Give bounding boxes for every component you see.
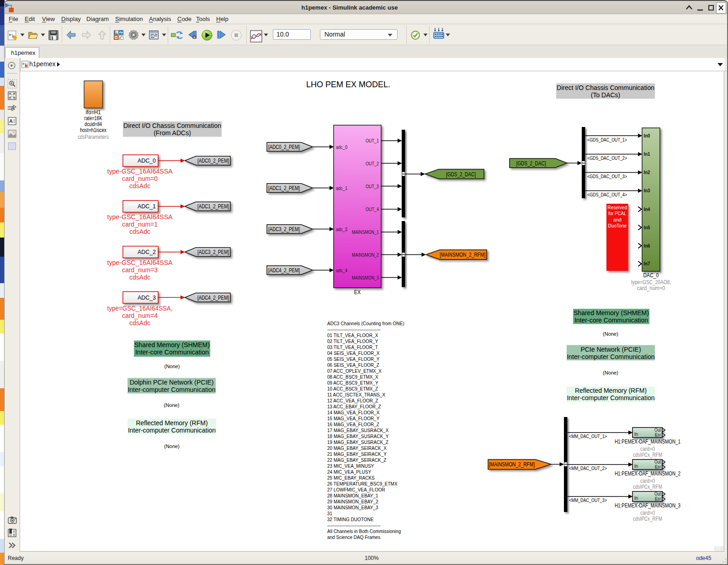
svg-text:<MM_DAC_OUT_3>: <MM_DAC_OUT_3> xyxy=(569,497,607,503)
svg-text:cdsIPCx_RFM: cdsIPCx_RFM xyxy=(633,452,662,458)
svg-text:[ADC1_2_PEM]: [ADC1_2_PEM] xyxy=(268,185,300,191)
svg-text:<GDS_DAC_OUT_1>: <GDS_DAC_OUT_1> xyxy=(587,137,627,143)
svg-text:Reflected Memory (RFM): Reflected Memory (RFM) xyxy=(136,419,207,427)
svg-text:Inter-computer Communication: Inter-computer Communication xyxy=(128,386,215,393)
svg-text:Dolphin PCIe Network (PCIE): Dolphin PCIe Network (PCIE) xyxy=(130,379,214,386)
svg-text:cdsAdc: cdsAdc xyxy=(129,274,150,281)
svg-text:MAINSMON_2: MAINSMON_2 xyxy=(352,252,379,258)
svg-text:card_num=4: card_num=4 xyxy=(122,312,158,319)
svg-text:03 TILT_VEA_FLOOR_T: 03 TILT_VEA_FLOOR_T xyxy=(327,345,378,350)
svg-text:H1:PEMEX-OAF_MAINSMON_2: H1:PEMEX-OAF_MAINSMON_2 xyxy=(615,470,680,477)
svg-text:19 MAG_EBAY_SUSRACK_Z: 19 MAG_EBAY_SUSRACK_Z xyxy=(327,440,388,445)
svg-text:11 ACC_ISCTEX_TRANS_X: 11 ACC_ISCTEX_TRANS_X xyxy=(327,392,385,397)
svg-text:24 MIC_VEA_PLUSY: 24 MIC_VEA_PLUSY xyxy=(327,470,371,475)
svg-text:27 LOWFMIC_VEA_FLOOR: 27 LOWFMIC_VEA_FLOOR xyxy=(327,487,385,492)
svg-text:13 ACC_EBAY_FLOOR_Z: 13 ACC_EBAY_FLOOR_Z xyxy=(327,404,381,409)
svg-text:04 SEIS_VEA_FLOOR_X: 04 SEIS_VEA_FLOOR_X xyxy=(327,351,380,356)
svg-text:06 SEIS_VEA_FLOOR_Z: 06 SEIS_VEA_FLOOR_Z xyxy=(327,363,379,368)
svg-text:Inter-computer Communication: Inter-computer Communication xyxy=(567,353,654,360)
svg-text:(To DACs): (To DACs) xyxy=(591,91,621,99)
svg-text:DuoTone: DuoTone xyxy=(608,223,627,228)
svg-text:cdsAdc: cdsAdc xyxy=(129,182,150,190)
svg-text:15 MAG_VEA_FLOOR_Y: 15 MAG_VEA_FLOOR_Y xyxy=(327,416,380,421)
svg-text:08 ACC_BSC9_ETMX_X: 08 ACC_BSC9_ETMX_X xyxy=(327,375,378,380)
svg-text:22 MAG_EBAY_SEIRACK_Z: 22 MAG_EBAY_SEIRACK_Z xyxy=(327,458,386,463)
svg-text:18 MAG_EBAY_SUSRACK_Y: 18 MAG_EBAY_SUSRACK_Y xyxy=(327,434,389,439)
svg-text:[ADC0_2_PEM]: [ADC0_2_PEM] xyxy=(268,144,300,150)
svg-text:------------------------------: ----------------------------------- xyxy=(327,523,381,528)
svg-text:OUT_1: OUT_1 xyxy=(366,138,379,143)
svg-text:Reserved: Reserved xyxy=(607,205,627,210)
svg-text:26 TEMPERATURE_BSC9_ETMX: 26 TEMPERATURE_BSC9_ETMX xyxy=(327,481,398,486)
svg-text:In6: In6 xyxy=(644,243,650,248)
svg-text:ADC_3: ADC_3 xyxy=(138,294,156,301)
svg-text:10 ACC_BSC9_ETMX_Z: 10 ACC_BSC9_ETMX_Z xyxy=(327,386,378,391)
svg-text:(From ADCs): (From ADCs) xyxy=(154,129,191,137)
svg-text:Shared Memory (SHMEM): Shared Memory (SHMEM) xyxy=(574,309,649,317)
svg-text:Shared Memory (SHMEM): Shared Memory (SHMEM) xyxy=(134,341,210,349)
svg-text:Reflected Memory (RFM): Reflected Memory (RFM) xyxy=(575,387,647,394)
svg-text:MAINSMON_1: MAINSMON_1 xyxy=(352,229,379,235)
svg-text:ADC_1: ADC_1 xyxy=(138,203,156,210)
svg-text:In5: In5 xyxy=(644,225,650,230)
svg-text:[GDS_2_DAC]: [GDS_2_DAC] xyxy=(446,171,476,178)
svg-text:29 MAINSMON_EBAY_2: 29 MAINSMON_EBAY_2 xyxy=(327,499,378,504)
svg-text:<GDS_DAC_OUT_4>: <GDS_DAC_OUT_4> xyxy=(587,192,627,197)
svg-text:for PCAL: for PCAL xyxy=(608,211,626,216)
svg-text:cdsAdc: cdsAdc xyxy=(129,228,150,235)
svg-text:type-GSC_16AI64SSA: type-GSC_16AI64SSA xyxy=(107,259,173,266)
svg-text:<MM_DAC_OUT_1>: <MM_DAC_OUT_1> xyxy=(569,433,607,439)
svg-text:Inter-core Communication: Inter-core Communication xyxy=(135,349,209,356)
svg-text:host=h1iscex: host=h1iscex xyxy=(80,127,106,133)
svg-text:MAINSMON_3: MAINSMON_3 xyxy=(352,275,379,280)
svg-text:Out: Out xyxy=(654,491,661,496)
svg-text:<GDS_DAC_OUT_2>: <GDS_DAC_OUT_2> xyxy=(587,155,627,161)
svg-text:adc_3: adc_3 xyxy=(336,227,347,232)
svg-text:type=GSC_16AI64SSA,: type=GSC_16AI64SSA, xyxy=(107,305,173,312)
svg-text:12 ACC_VEA_FLOOR_Z: 12 ACC_VEA_FLOOR_Z xyxy=(327,398,378,403)
svg-text:In1: In1 xyxy=(644,151,650,157)
svg-text:[MAINSMON_2_RFM]: [MAINSMON_2_RFM] xyxy=(440,252,485,258)
svg-text:01 TILT_VEA_FLOOR_X: 01 TILT_VEA_FLOOR_X xyxy=(327,333,378,338)
svg-text:All Channels in Both Commissio: All Channels in Both Commissioning xyxy=(327,529,401,534)
svg-text:32 TIMING DUOTONE: 32 TIMING DUOTONE xyxy=(327,517,374,522)
svg-text:In: In xyxy=(634,464,638,469)
svg-text:------------------------------: ----------------------------------- xyxy=(327,327,381,332)
svg-text:02 TILT_VEA_FLOOR_Y: 02 TILT_VEA_FLOOR_Y xyxy=(327,339,378,344)
svg-text:(None): (None) xyxy=(164,444,180,449)
svg-text:[ADC4_2_PEM]: [ADC4_2_PEM] xyxy=(268,267,300,274)
svg-text:14 MAG_VEA_FLOOR_X: 14 MAG_VEA_FLOOR_X xyxy=(327,410,380,415)
svg-text:[MAINSMON_2_RFM]: [MAINSMON_2_RFM] xyxy=(489,461,535,468)
svg-text:28 MAINSMON_EBAY_1: 28 MAINSMON_EBAY_1 xyxy=(327,493,378,498)
svg-text:OUT_4: OUT_4 xyxy=(366,206,379,212)
svg-text:adc_1: adc_1 xyxy=(336,185,347,191)
svg-text:Out: Out xyxy=(654,459,661,465)
svg-text:(None): (None) xyxy=(603,370,618,375)
svg-text:In: In xyxy=(634,432,638,437)
svg-text:and: and xyxy=(613,217,622,222)
svg-text:card=0: card=0 xyxy=(640,478,655,484)
svg-text:adc_4: adc_4 xyxy=(336,268,347,273)
svg-text:17 MAG_EBAY_SUSRACK_X: 17 MAG_EBAY_SUSRACK_X xyxy=(327,428,389,433)
svg-text:card=0: card=0 xyxy=(640,510,655,516)
svg-text:In0: In0 xyxy=(644,133,650,138)
svg-text:PCIe Network (PCIE): PCIe Network (PCIE) xyxy=(580,346,641,353)
svg-text:<GDS_DAC_OUT_3>: <GDS_DAC_OUT_3> xyxy=(587,174,627,179)
svg-text:card=0: card=0 xyxy=(640,446,655,452)
svg-text:31: 31 xyxy=(327,511,333,516)
svg-text:In2: In2 xyxy=(644,169,650,175)
svg-text:ADC_2: ADC_2 xyxy=(138,248,156,255)
svg-text:Err: Err xyxy=(655,433,661,438)
svg-text:OUT_3: OUT_3 xyxy=(366,184,379,189)
svg-text:In: In xyxy=(634,496,638,501)
svg-text:ADC_0: ADC_0 xyxy=(138,157,156,164)
svg-text:(None): (None) xyxy=(603,331,618,337)
svg-text:cdsParameters: cdsParameters xyxy=(78,134,109,140)
svg-text:07 ACC_OPLEV_ETMX_X: 07 ACC_OPLEV_ETMX_X xyxy=(327,369,382,374)
svg-text:(None): (None) xyxy=(165,364,180,369)
svg-text:Inter-core Communication: Inter-core Communication xyxy=(574,317,648,324)
svg-text:OUT_2: OUT_2 xyxy=(366,161,379,166)
svg-text:type-GSC_16AI64SSA: type-GSC_16AI64SSA xyxy=(107,213,173,221)
svg-text:card_num=1: card_num=1 xyxy=(122,221,158,228)
svg-text:and Science DAQ Frames: and Science DAQ Frames xyxy=(327,535,380,540)
